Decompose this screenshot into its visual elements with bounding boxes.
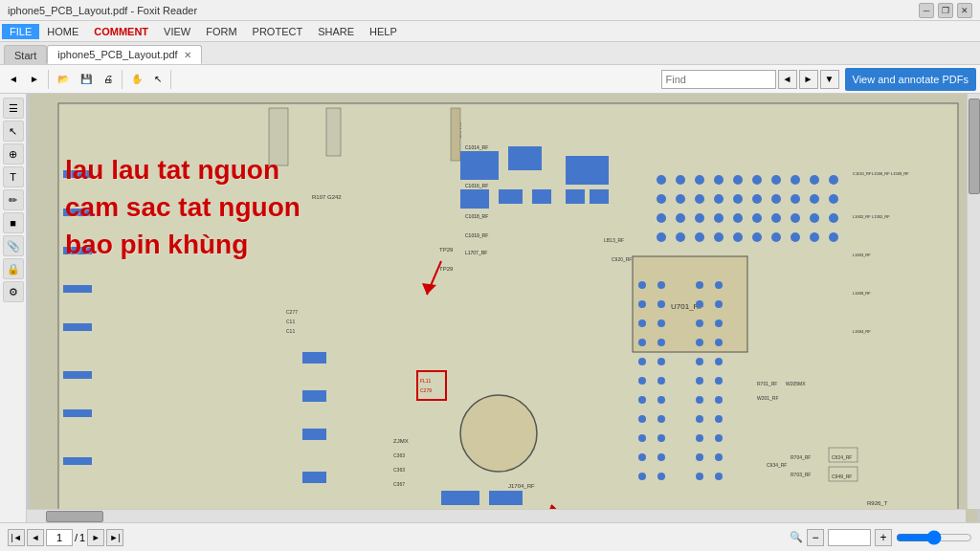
svg-text:C1018_RF: C1018_RF <box>465 213 488 219</box>
svg-point-31 <box>829 194 838 204</box>
svg-point-39 <box>791 213 800 223</box>
menu-file[interactable]: FILE <box>2 24 39 39</box>
svg-text:C363: C363 <box>393 467 405 473</box>
tab-start[interactable]: Start <box>4 45 47 64</box>
prev-page-button[interactable]: ◄ <box>27 529 44 546</box>
svg-rect-120 <box>302 352 326 364</box>
svg-text:L1609_RF: L1609_RF <box>853 291 871 296</box>
find-input[interactable] <box>661 70 776 89</box>
svg-rect-55 <box>499 189 523 204</box>
menu-view[interactable]: VIEW <box>156 24 198 39</box>
toolbar-print-button[interactable]: 🖨 <box>99 68 118 91</box>
menu-help[interactable]: HELP <box>362 24 405 39</box>
menu-comment[interactable]: COMMENT <box>86 24 156 39</box>
page-input[interactable] <box>46 529 73 546</box>
tab-bar: Start iphone5_PCB_Layout.pdf ✕ <box>0 42 980 65</box>
sidebar-text-icon[interactable]: T <box>3 166 24 187</box>
toolbar-hand-button[interactable]: ✋ <box>126 68 147 91</box>
svg-point-20 <box>810 175 819 185</box>
svg-point-18 <box>771 175 781 185</box>
svg-rect-59 <box>590 189 609 204</box>
svg-point-49 <box>791 232 800 242</box>
toolbar-back-button[interactable]: ◄ <box>4 68 23 91</box>
svg-rect-2 <box>63 170 92 178</box>
svg-rect-11 <box>326 108 341 156</box>
horizontal-scrollbar[interactable] <box>27 509 966 522</box>
svg-point-28 <box>771 194 781 204</box>
zoom-out-button[interactable]: − <box>807 529 824 546</box>
svg-point-40 <box>810 213 819 223</box>
zoom-input[interactable]: 400% <box>828 529 871 546</box>
window-controls: ─ ❐ ✕ <box>919 3 972 18</box>
minimize-button[interactable]: ─ <box>919 3 934 18</box>
sidebar-lock-icon[interactable]: 🔒 <box>3 258 24 279</box>
toolbar-open-button[interactable]: 📂 <box>53 68 74 91</box>
svg-text:L1302_RF: L1302_RF <box>872 214 890 219</box>
tab-close-icon[interactable]: ✕ <box>184 50 191 60</box>
svg-text:L1603_RF: L1603_RF <box>853 253 871 257</box>
sidebar-zoom-icon[interactable]: ⊕ <box>3 143 24 165</box>
sidebar-stamp-icon[interactable]: ■ <box>3 212 24 233</box>
toolbar-separator-1 <box>48 70 49 89</box>
next-page-button[interactable]: ► <box>87 529 104 546</box>
svg-point-46 <box>733 232 743 242</box>
svg-point-113 <box>715 415 723 423</box>
toolbar-select-button[interactable]: ↖ <box>149 68 167 91</box>
last-page-button[interactable]: ►| <box>106 529 123 546</box>
svg-point-15 <box>714 175 724 185</box>
toolbar-forward-button[interactable]: ► <box>25 68 44 91</box>
view-annotate-button[interactable]: View and annotate PDFs <box>845 68 976 91</box>
svg-point-82 <box>638 339 646 346</box>
svg-point-106 <box>696 358 703 365</box>
svg-point-50 <box>810 232 819 242</box>
svg-text:L1509_RF: L1509_RF <box>891 171 909 176</box>
zoom-slider[interactable] <box>896 530 972 545</box>
scroll-h-thumb[interactable] <box>46 511 103 522</box>
svg-text:C11: C11 <box>286 319 295 324</box>
svg-point-79 <box>657 300 665 308</box>
svg-rect-4 <box>63 247 92 254</box>
svg-point-51 <box>829 232 838 242</box>
svg-point-27 <box>752 194 762 204</box>
svg-point-78 <box>638 300 646 308</box>
svg-point-32 <box>657 213 666 223</box>
svg-point-100 <box>696 300 703 308</box>
tab-pdf[interactable]: iphone5_PCB_Layout.pdf ✕ <box>47 45 201 64</box>
toolbar: ◄ ► 📂 💾 🖨 ✋ ↖ ◄ ► ▼ View and annotate PD… <box>0 65 980 94</box>
sidebar-cursor-icon[interactable]: ↖ <box>3 121 24 142</box>
toolbar-separator-3 <box>170 70 171 89</box>
svg-text:L1604_RF: L1604_RF <box>853 329 871 334</box>
svg-text:L1602_RF: L1602_RF <box>853 214 871 219</box>
pdf-area[interactable]: C1014_RF C1016_RF C1018_RF C1019_RF L170… <box>27 94 980 522</box>
svg-point-112 <box>696 415 703 423</box>
menu-home[interactable]: HOME <box>39 24 86 39</box>
scroll-v-thumb[interactable] <box>969 99 980 194</box>
svg-rect-164 <box>451 108 460 161</box>
restore-button[interactable]: ❐ <box>938 3 953 18</box>
zoom-in-button[interactable]: + <box>875 529 892 546</box>
svg-point-110 <box>696 396 703 404</box>
svg-text:ZJMX: ZJMX <box>393 438 409 444</box>
close-button[interactable]: ✕ <box>957 3 972 18</box>
svg-text:TP29: TP29 <box>439 247 454 253</box>
first-page-button[interactable]: |◄ <box>8 529 25 546</box>
find-dropdown-button[interactable]: ▼ <box>820 70 839 89</box>
find-next-button[interactable]: ► <box>799 70 818 89</box>
find-prev-button[interactable]: ◄ <box>778 70 797 89</box>
toolbar-save-button[interactable]: 💾 <box>76 68 97 91</box>
svg-rect-57 <box>566 156 609 185</box>
menu-protect[interactable]: PROTECT <box>245 24 311 39</box>
sidebar-hand-icon[interactable]: ☰ <box>3 98 24 119</box>
sidebar-pencil-icon[interactable]: ✏ <box>3 189 24 210</box>
svg-point-92 <box>638 434 646 442</box>
svg-text:R703_RF: R703_RF <box>791 472 811 477</box>
svg-point-43 <box>676 232 685 242</box>
svg-point-115 <box>715 434 723 442</box>
menu-share[interactable]: SHARE <box>310 24 362 39</box>
menu-form[interactable]: FORM <box>198 24 244 39</box>
svg-text:L1506_RF: L1506_RF <box>872 171 890 176</box>
svg-text:C277: C277 <box>286 309 298 315</box>
vertical-scrollbar[interactable] <box>967 94 980 509</box>
sidebar-attach-icon[interactable]: 📎 <box>3 235 24 256</box>
sidebar-tool-icon[interactable]: ⚙ <box>3 281 24 302</box>
